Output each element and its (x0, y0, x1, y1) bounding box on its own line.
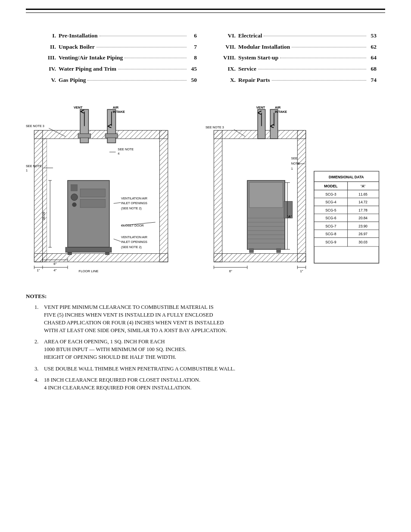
toc-item-6: VI. Electrical 53 (214, 30, 377, 41)
svg-text:14.72: 14.72 (358, 200, 367, 204)
toc-dots-8 (280, 58, 366, 58)
svg-rect-62 (297, 131, 305, 262)
svg-rect-11 (80, 189, 105, 197)
toc-page-7: 62 (368, 41, 377, 53)
toc-page-5: 50 (188, 75, 197, 86)
svg-text:SCG-7: SCG-7 (325, 224, 336, 228)
toc-roman-2: II. (34, 41, 56, 53)
svg-text:INTAKE: INTAKE (113, 110, 125, 114)
svg-text:4: 4 (118, 152, 119, 156)
toc-page-6: 53 (368, 30, 377, 41)
svg-rect-2 (34, 131, 168, 139)
svg-text:INLET OPENINGS: INLET OPENINGS (121, 201, 147, 205)
toc-roman-6: VI. (214, 30, 236, 41)
toc-dots-5 (87, 80, 187, 81)
toc-item-4: IV. Water Piping and Trim 45 (34, 63, 197, 75)
note-text-4: 18 INCH CLEARANCE REQUIRED FOR CLOSET IN… (44, 376, 200, 392)
svg-text:6": 6" (229, 269, 232, 273)
toc-roman-7: VII. (214, 41, 236, 53)
page: I. Pre-Installation 6 II. Unpack Boiler … (0, 0, 411, 532)
toc-label-9: Service (238, 63, 256, 75)
svg-rect-71 (249, 183, 283, 208)
toc-page-3: 8 (188, 52, 197, 63)
svg-text:VENT: VENT (74, 106, 83, 109)
svg-text:26.97: 26.97 (358, 232, 367, 236)
note-number-4: 4. (34, 376, 44, 392)
svg-point-9 (71, 194, 78, 201)
note-number-1: 1. (34, 303, 44, 335)
toc-roman-10: X. (214, 75, 236, 86)
notes-section: NOTES: 1. VENT PIPE MINIMUM CLEARANCE TO… (26, 292, 385, 392)
toc-item-1: I. Pre-Installation 6 (34, 30, 197, 41)
svg-text:SEE NOTE: SEE NOTE (26, 164, 42, 168)
toc-dots-2 (97, 47, 187, 47)
svg-text:NOTE: NOTE (291, 162, 300, 165)
toc-dots-3 (125, 58, 187, 58)
svg-text:'A': 'A' (361, 184, 365, 189)
svg-text:SEE: SEE (291, 157, 298, 161)
toc-label-3: Venting/Air Intake Piping (59, 52, 123, 63)
svg-text:VENTILATION AIR: VENTILATION AIR (121, 196, 147, 200)
note-item-1: 1. VENT PIPE MINIMUM CLEARANCE TO COMBUS… (26, 303, 385, 335)
diagram-svg: VENT AIR INTAKE SEE NOTE 3 SEE NOTE 1 6"… (26, 103, 385, 283)
note-item-2: 2. AREA OF EACH OPENING, 1 SQ. INCH FOR … (26, 338, 385, 361)
toc-page-2: 7 (188, 41, 197, 53)
installation-diagram: VENT AIR INTAKE SEE NOTE 3 SEE NOTE 1 6"… (26, 103, 385, 283)
toc-roman-3: III. (34, 52, 56, 63)
svg-rect-73 (249, 249, 254, 253)
toc-page-10: 74 (368, 75, 377, 86)
svg-text:MODEL: MODEL (324, 184, 338, 189)
svg-rect-5 (159, 131, 168, 262)
svg-text:SCG-5: SCG-5 (325, 208, 336, 212)
top-border (26, 9, 385, 13)
toc-label-4: Water Piping and Trim (59, 63, 116, 75)
toc-roman-5: V. (34, 75, 56, 86)
toc-item-2: II. Unpack Boiler 7 (34, 41, 197, 53)
svg-text:FLOOR LINE: FLOOR LINE (78, 269, 98, 273)
svg-text:AIR: AIR (113, 106, 119, 109)
svg-text:VENT: VENT (256, 106, 265, 109)
svg-text:6": 6" (53, 262, 56, 266)
svg-text:38.09: 38.09 (42, 212, 46, 220)
svg-text:INTAKE: INTAKE (275, 110, 287, 114)
note-number-3: 3. (34, 365, 44, 373)
toc-item-7: VII. Modular Installation 62 (214, 41, 377, 53)
toc-roman-9: IX. (214, 63, 236, 75)
toc-item-9: IX. Service 68 (214, 63, 377, 75)
toc-item-3: III. Venting/Air Intake Piping 8 (34, 52, 197, 63)
svg-text:30.03: 30.03 (358, 241, 367, 245)
table-of-contents: I. Pre-Installation 6 II. Unpack Boiler … (26, 26, 385, 90)
toc-page-4: 45 (188, 63, 197, 75)
note-number-2: 2. (34, 338, 44, 361)
svg-text:SCG-6: SCG-6 (325, 216, 336, 220)
toc-item-5: V. Gas Piping 50 (34, 75, 197, 86)
svg-point-10 (72, 203, 77, 207)
note-text-2: AREA OF EACH OPENING, 1 SQ. INCH FOR EAC… (44, 338, 186, 361)
svg-rect-61 (214, 131, 222, 262)
note-text-1: VENT PIPE MINIMUM CLEARANCE TO COMBUSTIB… (44, 303, 227, 335)
svg-text:(SEE NOTE 2): (SEE NOTE 2) (121, 245, 142, 249)
svg-text:SCG-8: SCG-8 (325, 232, 336, 236)
svg-text:17.78: 17.78 (358, 208, 367, 212)
svg-text:1": 1" (37, 269, 40, 273)
note-item-4: 4. 18 INCH CLEARANCE REQUIRED FOR CLOSET… (26, 376, 385, 392)
toc-item-10: X. Repair Parts 74 (214, 75, 377, 86)
toc-roman-8: VIII. (214, 52, 236, 63)
svg-text:SEE NOTE 3: SEE NOTE 3 (26, 124, 44, 128)
svg-rect-18 (78, 134, 90, 138)
svg-line-44 (114, 203, 121, 204)
svg-text:SCG-3: SCG-3 (325, 193, 336, 196)
toc-dots-10 (272, 80, 366, 81)
svg-text:SCG-9: SCG-9 (325, 241, 336, 245)
toc-right-column: VI. Electrical 53 VII. Modular Installat… (214, 30, 377, 85)
svg-rect-6 (43, 139, 47, 262)
svg-text:SEE NOTE 3: SEE NOTE 3 (206, 125, 224, 129)
note-text-3: USE DOUBLE WALL THIMBLE WHEN PENETRATING… (44, 365, 235, 373)
toc-left-column: I. Pre-Installation 6 II. Unpack Boiler … (34, 30, 197, 85)
svg-rect-60 (214, 254, 305, 262)
toc-page-8: 64 (368, 52, 377, 63)
toc-label-5: Gas Piping (59, 75, 86, 86)
svg-rect-74 (277, 249, 281, 253)
svg-text:4": 4" (53, 269, 56, 273)
svg-rect-8 (71, 185, 78, 191)
